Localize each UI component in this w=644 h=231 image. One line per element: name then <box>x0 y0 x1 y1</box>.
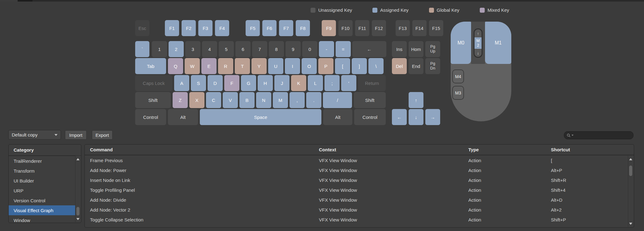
table-row[interactable]: Insert Node on LinkVFX View WindowAction… <box>85 175 634 185</box>
mouse-left-button[interactable]: M0 <box>451 22 471 64</box>
key-f9[interactable]: F9 <box>322 20 336 36</box>
key-f2[interactable]: F2 <box>182 20 196 36</box>
key-l[interactable]: L <box>308 75 323 91</box>
wheel-up-icon[interactable]: ↑ <box>474 29 482 37</box>
key-comma[interactable]: , <box>290 92 305 108</box>
key-f14[interactable]: F14 <box>412 20 427 36</box>
table-row[interactable]: Toggle Profiling PanelVFX View WindowAct… <box>85 185 634 195</box>
shortcut-profile-dropdown[interactable]: Default copy <box>8 130 61 140</box>
key-arrow-right[interactable]: → <box>425 109 440 125</box>
key-arrow-down[interactable]: ↓ <box>409 109 423 125</box>
key-page-down[interactable]: Pg Dn <box>425 58 440 74</box>
key-f4[interactable]: F4 <box>215 20 229 36</box>
mouse-wheel[interactable]: ↑ M 2 ↓ <box>474 28 483 58</box>
key-t[interactable]: T <box>235 58 250 74</box>
scrollbar-thumb[interactable] <box>76 207 79 216</box>
table-row[interactable]: Add Node: Vector 2VFX View WindowActionA… <box>85 205 634 215</box>
mouse-forward-button[interactable]: M4 <box>452 69 464 83</box>
scrollbar-thumb[interactable] <box>629 166 632 176</box>
key-control-left[interactable]: Control <box>135 109 166 125</box>
key-7[interactable]: 7 <box>252 41 267 57</box>
key-end[interactable]: End <box>409 58 423 74</box>
key-p[interactable]: P <box>318 58 333 74</box>
key-f12[interactable]: F12 <box>372 20 386 36</box>
key-y[interactable]: Y <box>251 58 267 74</box>
key-alt-right[interactable]: Alt <box>323 109 352 125</box>
key-alt-left[interactable]: Alt <box>168 109 198 125</box>
key-del[interactable]: Del <box>392 58 407 74</box>
key-equals[interactable]: = <box>336 41 351 57</box>
import-button[interactable]: Import <box>65 130 87 140</box>
table-row[interactable]: Frame PreviousVFX View WindowAction[ <box>85 155 634 165</box>
category-item-urp[interactable]: URP <box>9 186 75 195</box>
category-item-window[interactable]: Window <box>9 215 75 223</box>
key-f1[interactable]: F1 <box>165 20 179 36</box>
key-f6[interactable]: F6 <box>262 20 277 36</box>
key-period[interactable]: . <box>306 92 321 108</box>
mouse-right-button[interactable]: M1 <box>485 22 511 64</box>
export-button[interactable]: Export <box>92 130 113 140</box>
key-h[interactable]: H <box>258 75 273 91</box>
key-esc[interactable]: Esc <box>135 20 149 36</box>
category-item-transform[interactable]: Transform <box>9 166 75 176</box>
key-3[interactable]: 3 <box>185 41 200 57</box>
key-9[interactable]: 9 <box>286 41 301 57</box>
key-f7[interactable]: F7 <box>279 20 293 36</box>
key-f[interactable]: F <box>224 75 239 91</box>
category-item-ui-builder[interactable]: UI Builder <box>9 176 75 186</box>
key-tab[interactable]: Tab <box>135 58 166 74</box>
key-f5[interactable]: F5 <box>246 20 260 36</box>
category-item-trailrenderer[interactable]: TrailRenderer <box>9 156 75 166</box>
key-minus[interactable]: - <box>319 41 334 57</box>
scroll-up-icon[interactable] <box>629 158 632 160</box>
key-semicolon[interactable]: ; <box>324 75 340 91</box>
wheel-down-icon[interactable]: ↓ <box>474 49 482 57</box>
key-f3[interactable]: F3 <box>198 20 213 36</box>
key-backslash[interactable]: \ <box>368 58 384 74</box>
key-s[interactable]: S <box>191 75 206 91</box>
key-f13[interactable]: F13 <box>396 20 410 36</box>
key-k[interactable]: K <box>291 75 306 91</box>
key-1[interactable]: 1 <box>152 41 167 57</box>
key-c[interactable]: C <box>206 92 221 108</box>
key-caps-lock[interactable]: Caps Lock <box>135 75 172 91</box>
key-f11[interactable]: F11 <box>355 20 369 36</box>
key-a[interactable]: A <box>174 75 189 91</box>
key-f8[interactable]: F8 <box>296 20 310 36</box>
search-filter-caret-icon[interactable] <box>572 135 573 136</box>
category-item-visual-effect-graph[interactable]: Visual Effect Graph <box>9 205 75 215</box>
key-2[interactable]: 2 <box>169 41 184 57</box>
scroll-up-icon[interactable] <box>76 158 79 160</box>
scroll-down-icon[interactable] <box>76 218 79 220</box>
key-z[interactable]: Z <box>173 92 188 108</box>
key-shift-left[interactable]: Shift <box>135 92 171 108</box>
key-return[interactable]: Return <box>358 75 386 91</box>
key-page-up[interactable]: Pg Up <box>425 41 440 57</box>
key-w[interactable]: W <box>185 58 200 74</box>
mouse-wheel-button[interactable]: M 2 <box>474 37 482 49</box>
key-q[interactable]: Q <box>168 58 183 74</box>
key-shift-right[interactable]: Shift <box>354 92 386 108</box>
key-left-bracket[interactable]: [ <box>335 58 350 74</box>
tab-strip-active-tab[interactable] <box>18 0 32 2</box>
key-8[interactable]: 8 <box>269 41 284 57</box>
key-quote[interactable]: ' <box>341 75 356 91</box>
key-e[interactable]: E <box>201 58 217 74</box>
key-backtick[interactable]: ` <box>135 41 149 57</box>
key-backspace[interactable]: ← <box>352 41 386 57</box>
key-m[interactable]: M <box>273 92 288 108</box>
key-j[interactable]: J <box>274 75 290 91</box>
category-item-version-control[interactable]: Version Control <box>9 195 75 205</box>
search-field[interactable] <box>564 131 633 139</box>
key-d[interactable]: D <box>208 75 223 91</box>
key-i[interactable]: I <box>285 58 300 74</box>
key-f10[interactable]: F10 <box>338 20 353 36</box>
key-f15[interactable]: F15 <box>429 20 443 36</box>
category-scrollbar[interactable] <box>75 156 81 222</box>
key-r[interactable]: R <box>218 58 233 74</box>
key-hom[interactable]: Hom <box>409 41 423 57</box>
key-right-bracket[interactable]: ] <box>352 58 367 74</box>
table-row[interactable]: Add Node: PowerVFX View WindowActionAlt+… <box>85 165 634 175</box>
mouse-back-button[interactable]: M3 <box>452 86 464 100</box>
key-arrow-left[interactable]: ← <box>392 109 407 125</box>
